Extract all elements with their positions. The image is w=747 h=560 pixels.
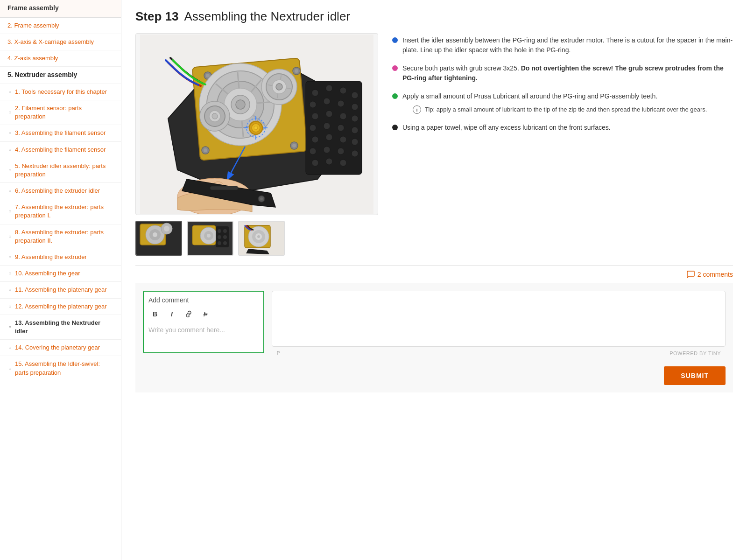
sidebar-label-frame-assembly-2: 2. Frame assembly xyxy=(7,22,59,29)
comment-placeholder[interactable]: Write you comment here... xyxy=(148,324,259,348)
sidebar-label-filament-parts: 2. Filament sensor: parts preparation xyxy=(15,105,82,120)
sidebar-label-nextruder-assembly: 5. Nextruder assembly xyxy=(7,71,77,78)
svg-point-91 xyxy=(218,235,221,239)
svg-point-46 xyxy=(326,85,332,91)
sidebar-item-idler-swivel[interactable]: ○15. Assembling the Idler-swivel: parts … xyxy=(0,356,121,381)
sidebar-item-filament-sensor-3[interactable]: ○3. Assembling the filament sensor xyxy=(0,125,121,141)
sidebar-label-tools: 1. Tools necessary for this chapter xyxy=(15,88,107,95)
comments-count[interactable]: 2 comments xyxy=(135,266,733,283)
svg-point-87 xyxy=(207,234,211,238)
instruction-item-3: Using a paper towel, wipe off any excess… xyxy=(392,123,733,133)
svg-point-66 xyxy=(324,147,330,153)
svg-point-63 xyxy=(340,136,346,143)
image-section xyxy=(135,33,378,256)
svg-point-59 xyxy=(338,125,344,131)
tip-box-2: iTip: apply a small amount of lubricant … xyxy=(413,105,733,114)
svg-point-74 xyxy=(260,197,263,200)
svg-point-67 xyxy=(338,148,344,154)
full-editor[interactable] xyxy=(272,291,726,347)
svg-point-48 xyxy=(352,92,358,98)
svg-point-70 xyxy=(326,158,332,165)
svg-point-82 xyxy=(164,226,169,231)
clear-format-button[interactable]: Ix xyxy=(199,308,212,321)
comment-toolbar: B I Ix xyxy=(148,308,259,321)
info-icon: i xyxy=(413,105,421,114)
sidebar-item-tools[interactable]: ○1. Tools necessary for this chapter xyxy=(0,84,121,100)
instruction-text-3: Using a paper towel, wipe off any excess… xyxy=(402,123,733,133)
comment-bubble-icon xyxy=(686,270,695,279)
submit-button[interactable]: SUBMIT xyxy=(664,366,726,385)
sidebar-item-extruder-parts-2[interactable]: ○8. Assembling the extruder: parts prepa… xyxy=(0,224,121,249)
svg-point-64 xyxy=(352,139,358,145)
italic-button[interactable]: I xyxy=(165,308,178,321)
instruction-item-1: Secure both parts with grub screw 3x25. … xyxy=(392,63,733,83)
sidebar-label-filament-sensor-4: 4. Assembling the filament sensor xyxy=(15,146,106,153)
instruction-bullet-1 xyxy=(392,65,398,71)
sidebar-item-nextruder-assembly[interactable]: 5. Nextruder assembly xyxy=(0,67,121,84)
step-number: Step 13 xyxy=(135,9,179,24)
sidebar-item-frame-assembly-2[interactable]: 2. Frame assembly xyxy=(0,18,121,34)
sidebar-label-nextruder-idler-13: 13. Assembling the Nextruder idler xyxy=(15,319,100,335)
sidebar-item-assembling-gear[interactable]: ○10. Assembling the gear xyxy=(0,266,121,282)
svg-point-55 xyxy=(340,113,346,119)
sidebar-item-covering-planetary[interactable]: ○14. Covering the planetary gear xyxy=(0,340,121,356)
thumbnail-row xyxy=(135,221,378,256)
sidebar-item-filament-parts[interactable]: ○2. Filament sensor: parts preparation xyxy=(0,100,121,125)
sidebar-label-idler-parts: 5. Nextruder idler assembly: parts prepa… xyxy=(15,162,106,178)
sidebar-label-covering-planetary: 14. Covering the planetary gear xyxy=(15,344,100,351)
sidebar-item-platenary-gear-12[interactable]: ○12. Assembling the platenary gear xyxy=(0,299,121,315)
svg-point-7 xyxy=(204,148,207,152)
bold-button[interactable]: B xyxy=(148,308,162,321)
instruction-item-2: Apply a small amount of Prusa Lubricant … xyxy=(392,91,733,114)
main-image[interactable] xyxy=(135,33,378,215)
submit-row: SUBMIT xyxy=(143,366,726,385)
svg-point-49 xyxy=(310,101,316,108)
link-button[interactable] xyxy=(182,308,195,321)
svg-point-57 xyxy=(310,125,316,131)
sidebar-item-assembling-extruder[interactable]: ○9. Assembling the extruder xyxy=(0,249,121,266)
svg-point-62 xyxy=(326,134,332,140)
sidebar-item-platenary-gear-11[interactable]: ○11. Assembling the platenary gear xyxy=(0,282,121,298)
svg-point-9 xyxy=(292,144,296,147)
sidebar-label-platenary-gear-11: 11. Assembling the platenary gear xyxy=(15,286,107,293)
svg-point-80 xyxy=(153,232,157,237)
add-comment-label: Add comment xyxy=(148,296,259,304)
sidebar-item-filament-sensor-4[interactable]: ○4. Assembling the filament sensor xyxy=(0,142,121,158)
paragraph-indicator: P xyxy=(276,350,280,357)
sidebar-label-extruder-idler: 6. Assembling the extruder idler xyxy=(15,187,100,194)
instruction-bullet-3 xyxy=(392,125,398,130)
thumbnail-2[interactable] xyxy=(187,221,233,256)
instruction-item-0: Insert the idler assembly between the PG… xyxy=(392,35,733,55)
svg-point-93 xyxy=(218,241,221,245)
sidebar-label-x-axis: 3. X-axis & X-carriage assembly xyxy=(7,38,94,45)
sidebar-item-x-axis[interactable]: 3. X-axis & X-carriage assembly xyxy=(0,34,121,50)
sidebar-item-extruder-idler[interactable]: ○6. Assembling the extruder idler xyxy=(0,183,121,199)
editor-footer: P POWERED BY TINY xyxy=(272,347,726,359)
svg-point-53 xyxy=(312,113,318,119)
sidebar-label-extruder-parts-1: 7. Assembling the extruder: parts prepar… xyxy=(15,203,104,219)
sidebar-label-frame-assembly: Frame assembly xyxy=(7,4,59,12)
sidebar-label-filament-sensor-3: 3. Assembling the filament sensor xyxy=(15,129,106,136)
svg-point-50 xyxy=(324,98,330,105)
thumbnail-1[interactable] xyxy=(135,221,182,256)
thumbnail-3[interactable] xyxy=(238,221,285,256)
svg-point-3 xyxy=(206,74,210,77)
sidebar-item-nextruder-idler-13[interactable]: ○13. Assembling the Nextruder idler xyxy=(0,315,121,340)
sidebar-item-extruder-parts-1[interactable]: ○7. Assembling the extruder: parts prepa… xyxy=(0,199,121,224)
svg-point-60 xyxy=(352,127,358,133)
svg-point-58 xyxy=(324,123,330,129)
svg-point-47 xyxy=(340,87,346,94)
full-editor-area: P POWERED BY TINY xyxy=(272,291,726,359)
sidebar-item-z-axis[interactable]: 4. Z-axis assembly xyxy=(0,50,121,67)
instruction-text-2: Apply a small amount of Prusa Lubricant … xyxy=(402,91,733,114)
sidebar-label-idler-swivel: 15. Assembling the Idler-swivel: parts p… xyxy=(15,360,100,376)
svg-point-51 xyxy=(338,100,344,107)
sidebar-item-idler-parts[interactable]: ○5. Nextruder idler assembly: parts prep… xyxy=(0,158,121,183)
svg-point-90 xyxy=(223,229,227,233)
sidebar-item-frame-assembly[interactable]: Frame assembly xyxy=(0,0,121,18)
sidebar-label-extruder-parts-2: 8. Assembling the extruder: parts prepar… xyxy=(15,229,104,244)
tip-text-2: Tip: apply a small amount of lubricant t… xyxy=(425,105,707,114)
svg-point-68 xyxy=(352,150,358,157)
sidebar-label-assembling-extruder: 9. Assembling the extruder xyxy=(15,253,87,260)
svg-point-15 xyxy=(235,99,246,110)
